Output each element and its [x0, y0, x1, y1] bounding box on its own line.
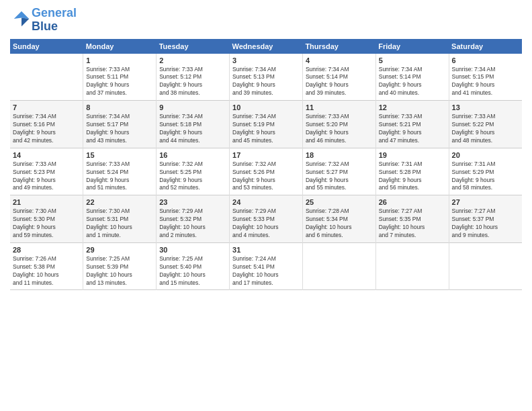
day-info: Sunrise: 7:31 AM Sunset: 5:29 PM Dayligh… — [452, 161, 519, 193]
calendar-cell: 15Sunrise: 7:33 AM Sunset: 5:24 PM Dayli… — [83, 148, 157, 195]
weekday-header-sunday: Sunday — [10, 39, 83, 54]
calendar-cell: 5Sunrise: 7:34 AM Sunset: 5:14 PM Daylig… — [375, 54, 449, 101]
day-number: 10 — [232, 103, 300, 111]
calendar-cell: 19Sunrise: 7:31 AM Sunset: 5:28 PM Dayli… — [375, 148, 449, 195]
calendar-cell: 27Sunrise: 7:27 AM Sunset: 5:37 PM Dayli… — [449, 195, 522, 243]
day-info: Sunrise: 7:32 AM Sunset: 5:27 PM Dayligh… — [306, 161, 373, 193]
calendar-cell — [302, 242, 375, 290]
day-info: Sunrise: 7:33 AM Sunset: 5:20 PM Dayligh… — [306, 113, 373, 145]
calendar-cell: 17Sunrise: 7:32 AM Sunset: 5:26 PM Dayli… — [230, 148, 303, 195]
day-info: Sunrise: 7:25 AM Sunset: 5:40 PM Dayligh… — [159, 255, 226, 287]
day-number: 28 — [13, 246, 80, 254]
calendar-cell: 26Sunrise: 7:27 AM Sunset: 5:35 PM Dayli… — [375, 195, 449, 243]
day-info: Sunrise: 7:34 AM Sunset: 5:14 PM Dayligh… — [379, 66, 446, 98]
calendar-cell: 2Sunrise: 7:33 AM Sunset: 5:12 PM Daylig… — [157, 54, 230, 101]
day-number: 24 — [232, 198, 300, 206]
day-info: Sunrise: 7:30 AM Sunset: 5:30 PM Dayligh… — [13, 208, 80, 240]
calendar-cell: 1Sunrise: 7:33 AM Sunset: 5:11 PM Daylig… — [83, 54, 157, 101]
day-info: Sunrise: 7:33 AM Sunset: 5:22 PM Dayligh… — [452, 113, 519, 145]
day-number: 31 — [232, 246, 300, 254]
day-number: 19 — [379, 151, 446, 159]
day-number: 2 — [159, 56, 226, 64]
svg-marker-0 — [14, 11, 30, 19]
calendar-cell: 20Sunrise: 7:31 AM Sunset: 5:29 PM Dayli… — [449, 148, 522, 195]
day-info: Sunrise: 7:24 AM Sunset: 5:41 PM Dayligh… — [232, 255, 300, 287]
calendar-cell: 14Sunrise: 7:33 AM Sunset: 5:23 PM Dayli… — [10, 148, 83, 195]
day-info: Sunrise: 7:34 AM Sunset: 5:18 PM Dayligh… — [159, 113, 226, 145]
week-row-2: 14Sunrise: 7:33 AM Sunset: 5:23 PM Dayli… — [10, 148, 522, 195]
day-info: Sunrise: 7:28 AM Sunset: 5:34 PM Dayligh… — [306, 208, 373, 240]
calendar-cell: 31Sunrise: 7:24 AM Sunset: 5:41 PM Dayli… — [230, 242, 303, 290]
day-number: 22 — [86, 198, 153, 206]
day-info: Sunrise: 7:34 AM Sunset: 5:16 PM Dayligh… — [13, 113, 80, 145]
day-number: 23 — [159, 198, 226, 206]
week-row-0: 1Sunrise: 7:33 AM Sunset: 5:11 PM Daylig… — [10, 54, 522, 101]
weekday-header-monday: Monday — [83, 39, 157, 54]
day-info: Sunrise: 7:34 AM Sunset: 5:14 PM Dayligh… — [306, 66, 373, 98]
calendar-cell: 9Sunrise: 7:34 AM Sunset: 5:18 PM Daylig… — [157, 101, 230, 148]
calendar-table: SundayMondayTuesdayWednesdayThursdayFrid… — [10, 39, 522, 291]
day-info: Sunrise: 7:34 AM Sunset: 5:15 PM Dayligh… — [452, 66, 519, 98]
day-info: Sunrise: 7:34 AM Sunset: 5:19 PM Dayligh… — [232, 113, 300, 145]
day-number: 4 — [306, 56, 373, 64]
day-number: 6 — [452, 56, 519, 64]
calendar-cell — [449, 242, 522, 290]
day-number: 20 — [452, 151, 519, 159]
day-number: 15 — [86, 151, 153, 159]
calendar-cell — [10, 54, 83, 101]
calendar-cell: 12Sunrise: 7:33 AM Sunset: 5:21 PM Dayli… — [375, 101, 449, 148]
week-row-3: 21Sunrise: 7:30 AM Sunset: 5:30 PM Dayli… — [10, 195, 522, 243]
day-info: Sunrise: 7:25 AM Sunset: 5:39 PM Dayligh… — [86, 255, 153, 287]
day-number: 30 — [159, 246, 226, 254]
day-number: 27 — [452, 198, 519, 206]
day-number: 12 — [379, 103, 446, 111]
calendar-cell: 13Sunrise: 7:33 AM Sunset: 5:22 PM Dayli… — [449, 101, 522, 148]
day-number: 17 — [232, 151, 300, 159]
day-info: Sunrise: 7:34 AM Sunset: 5:17 PM Dayligh… — [86, 113, 153, 145]
day-info: Sunrise: 7:34 AM Sunset: 5:13 PM Dayligh… — [232, 66, 300, 98]
day-number: 13 — [452, 103, 519, 111]
weekday-header-tuesday: Tuesday — [157, 39, 230, 54]
weekday-header-friday: Friday — [375, 39, 449, 54]
day-info: Sunrise: 7:33 AM Sunset: 5:24 PM Dayligh… — [86, 161, 153, 193]
calendar-cell: 25Sunrise: 7:28 AM Sunset: 5:34 PM Dayli… — [302, 195, 375, 243]
calendar-cell: 4Sunrise: 7:34 AM Sunset: 5:14 PM Daylig… — [302, 54, 375, 101]
day-number: 18 — [306, 151, 373, 159]
day-number: 5 — [379, 56, 446, 64]
day-info: Sunrise: 7:27 AM Sunset: 5:37 PM Dayligh… — [452, 208, 519, 240]
weekday-header-row: SundayMondayTuesdayWednesdayThursdayFrid… — [10, 39, 522, 54]
calendar-cell: 3Sunrise: 7:34 AM Sunset: 5:13 PM Daylig… — [230, 54, 303, 101]
day-number: 8 — [86, 103, 153, 111]
calendar-cell: 29Sunrise: 7:25 AM Sunset: 5:39 PM Dayli… — [83, 242, 157, 290]
day-number: 26 — [379, 198, 446, 206]
day-info: Sunrise: 7:27 AM Sunset: 5:35 PM Dayligh… — [379, 208, 446, 240]
logo: General Blue — [10, 7, 77, 34]
header: General Blue — [10, 7, 522, 34]
calendar-cell: 23Sunrise: 7:29 AM Sunset: 5:32 PM Dayli… — [157, 195, 230, 243]
day-number: 3 — [232, 56, 300, 64]
day-info: Sunrise: 7:32 AM Sunset: 5:25 PM Dayligh… — [159, 161, 226, 193]
day-info: Sunrise: 7:33 AM Sunset: 5:21 PM Dayligh… — [379, 113, 446, 145]
logo-icon — [11, 9, 32, 29]
calendar-cell: 11Sunrise: 7:33 AM Sunset: 5:20 PM Dayli… — [302, 101, 375, 148]
week-row-4: 28Sunrise: 7:26 AM Sunset: 5:38 PM Dayli… — [10, 242, 522, 290]
day-number: 7 — [13, 103, 80, 111]
day-info: Sunrise: 7:33 AM Sunset: 5:12 PM Dayligh… — [159, 66, 226, 98]
calendar-cell: 28Sunrise: 7:26 AM Sunset: 5:38 PM Dayli… — [10, 242, 83, 290]
calendar-cell: 10Sunrise: 7:34 AM Sunset: 5:19 PM Dayli… — [230, 101, 303, 148]
calendar-cell: 18Sunrise: 7:32 AM Sunset: 5:27 PM Dayli… — [302, 148, 375, 195]
day-number: 1 — [86, 56, 153, 64]
weekday-header-saturday: Saturday — [449, 39, 522, 54]
calendar-cell: 16Sunrise: 7:32 AM Sunset: 5:25 PM Dayli… — [157, 148, 230, 195]
day-info: Sunrise: 7:31 AM Sunset: 5:28 PM Dayligh… — [379, 161, 446, 193]
day-number: 29 — [86, 246, 153, 254]
calendar-cell: 21Sunrise: 7:30 AM Sunset: 5:30 PM Dayli… — [10, 195, 83, 243]
weekday-header-thursday: Thursday — [302, 39, 375, 54]
day-number: 14 — [13, 151, 80, 159]
day-number: 9 — [159, 103, 226, 111]
day-number: 25 — [306, 198, 373, 206]
day-info: Sunrise: 7:30 AM Sunset: 5:31 PM Dayligh… — [86, 208, 153, 240]
calendar-cell: 6Sunrise: 7:34 AM Sunset: 5:15 PM Daylig… — [449, 54, 522, 101]
weekday-header-wednesday: Wednesday — [230, 39, 303, 54]
svg-marker-1 — [21, 17, 29, 26]
